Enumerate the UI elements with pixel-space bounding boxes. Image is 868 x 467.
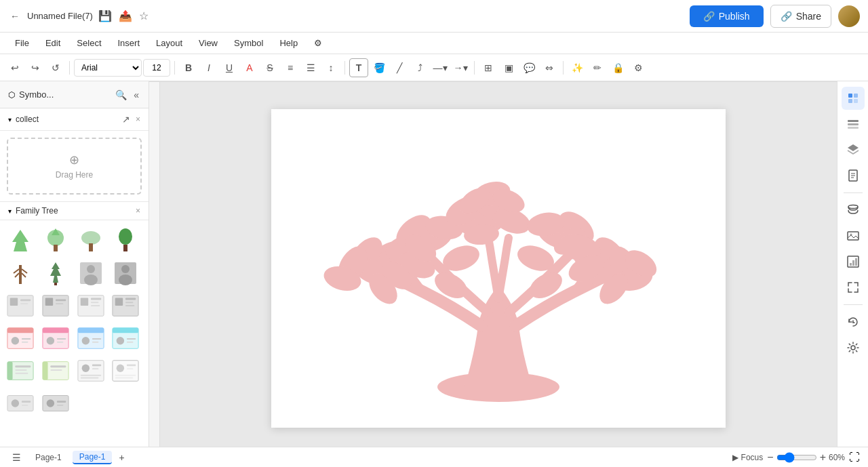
page-tab-inactive[interactable]: Page-1 <box>28 451 68 464</box>
right-btn-database[interactable] <box>842 199 865 222</box>
right-btn-data[interactable] <box>842 113 865 136</box>
redo-button[interactable]: ↪ <box>26 58 45 77</box>
canvas-area <box>149 81 837 447</box>
image-icon <box>846 229 860 243</box>
drag-drop-zone[interactable]: ⊕ Drag Here <box>7 138 142 195</box>
zoom-in-button[interactable]: + <box>820 451 826 464</box>
menu-file[interactable]: File <box>8 35 36 51</box>
reset-button[interactable]: ↺ <box>46 58 65 77</box>
bold-button[interactable]: B <box>179 58 198 77</box>
svg-rect-139 <box>848 232 859 240</box>
right-btn-layers[interactable] <box>842 138 865 161</box>
font-color-button[interactable]: A <box>240 58 259 77</box>
symbol-card-red[interactable] <box>5 323 35 353</box>
symbol-card-pink[interactable] <box>41 323 71 353</box>
avatar[interactable] <box>838 5 860 27</box>
arrow-style-button[interactable]: →▾ <box>451 58 470 77</box>
right-btn-style[interactable] <box>842 87 865 110</box>
right-btn-pages[interactable] <box>842 164 865 187</box>
symbol-card-4[interactable] <box>111 291 140 321</box>
symbol-tree-2[interactable] <box>41 226 71 256</box>
connector-button[interactable]: ⤴ <box>410 58 429 77</box>
menu-symbol[interactable]: Symbol <box>227 35 270 51</box>
underline-button[interactable]: U <box>220 58 239 77</box>
svg-point-147 <box>851 346 855 350</box>
right-btn-image[interactable] <box>842 224 865 247</box>
symbol-person-1[interactable] <box>76 258 106 288</box>
menu-help[interactable]: Help <box>273 35 304 51</box>
symbol-person-2[interactable] <box>111 258 140 288</box>
right-btn-analytics[interactable] <box>842 250 865 273</box>
zoom-slider[interactable] <box>776 452 817 463</box>
symbol-card-2[interactable] <box>41 291 71 321</box>
line-style-button[interactable]: —▾ <box>431 58 450 77</box>
font-family-select[interactable]: Arial Times New Roman Helvetica <box>74 59 142 77</box>
menu-view[interactable]: View <box>192 35 224 51</box>
strikethrough-button[interactable]: S <box>260 58 279 77</box>
add-page-button[interactable]: + <box>116 451 127 464</box>
fullscreen-button[interactable]: ⛶ <box>849 451 860 464</box>
share-upload-icon[interactable]: 📤 <box>119 9 132 22</box>
menu-extra[interactable]: ⚙ <box>307 35 329 51</box>
symbol-tree-4[interactable] <box>111 226 140 256</box>
collapse-icon[interactable]: « <box>132 88 140 102</box>
right-btn-history[interactable] <box>842 310 865 333</box>
font-size-input[interactable] <box>143 59 170 77</box>
menu-insert[interactable]: Insert <box>111 35 147 51</box>
share-button[interactable]: 🔗 Share <box>770 5 831 28</box>
line-height-button[interactable]: ↕ <box>321 58 340 77</box>
undo-button[interactable]: ↩ <box>5 58 24 77</box>
right-divider-1 <box>844 192 863 193</box>
menu-edit[interactable]: Edit <box>39 35 67 51</box>
symbol-card-1[interactable] <box>5 291 35 321</box>
table-button[interactable]: ⊞ <box>479 58 498 77</box>
magic-button[interactable]: ✨ <box>568 58 587 77</box>
symbol-tree-3[interactable] <box>76 226 106 256</box>
symbol-small-card-3[interactable] <box>76 356 106 386</box>
edit-button[interactable]: ✏ <box>588 58 607 77</box>
symbol-extra-1[interactable] <box>5 388 35 418</box>
container-button[interactable]: ▣ <box>499 58 518 77</box>
symbol-small-card-4[interactable] <box>111 356 140 386</box>
text-box-button[interactable]: T <box>349 58 368 77</box>
page-tab-active[interactable]: Page-1 <box>73 451 113 464</box>
extra-button[interactable]: ⚙ <box>629 58 648 77</box>
play-icon[interactable]: ▶ <box>732 453 738 462</box>
symbol-tree-1[interactable] <box>5 226 35 256</box>
symbol-small-card-2[interactable] <box>41 356 71 386</box>
publish-button[interactable]: 🔗 Publish <box>690 5 764 27</box>
fill-button[interactable]: 🪣 <box>370 58 389 77</box>
family-tree-close-icon[interactable]: × <box>136 206 140 216</box>
star-icon[interactable]: ☆ <box>139 9 149 22</box>
symbol-card-blue[interactable] <box>76 323 106 353</box>
symbol-small-card-1[interactable] <box>5 356 35 386</box>
list-button[interactable]: ☰ <box>301 58 320 77</box>
right-btn-fullscreen[interactable] <box>842 276 865 299</box>
search-icon[interactable]: 🔍 <box>114 88 128 102</box>
symbol-card-teal[interactable] <box>111 323 140 353</box>
symbol-tree-6[interactable] <box>41 258 71 288</box>
menu-layout[interactable]: Layout <box>149 35 189 51</box>
callout-button[interactable]: 💬 <box>519 58 538 77</box>
menu-select[interactable]: Select <box>70 35 108 51</box>
canvas-scroll[interactable] <box>160 82 837 447</box>
italic-button[interactable]: I <box>199 58 218 77</box>
collect-chevron[interactable]: ▾ <box>8 116 12 123</box>
save-icon[interactable]: 💾 <box>98 9 112 22</box>
canvas-page[interactable] <box>271 109 726 428</box>
lock-button[interactable]: 🔒 <box>608 58 627 77</box>
line-tool-button[interactable]: ╱ <box>390 58 409 77</box>
collect-expand-icon[interactable]: ↗ <box>121 113 132 126</box>
back-button[interactable]: ← <box>8 9 22 23</box>
panel-toggle-button[interactable]: ☰ <box>8 449 24 466</box>
distribute-h-button[interactable]: ⇔ <box>540 58 559 77</box>
symbol-extra-2[interactable] <box>41 388 71 418</box>
align-button[interactable]: ≡ <box>281 58 300 77</box>
right-btn-settings[interactable] <box>842 336 865 359</box>
symbol-card-3[interactable] <box>76 291 106 321</box>
collect-close-icon[interactable]: × <box>136 115 140 124</box>
focus-label[interactable]: Focus <box>741 453 764 462</box>
family-tree-chevron[interactable]: ▾ <box>8 207 12 215</box>
zoom-out-button[interactable]: − <box>767 451 773 464</box>
symbol-tree-5[interactable] <box>5 258 35 288</box>
